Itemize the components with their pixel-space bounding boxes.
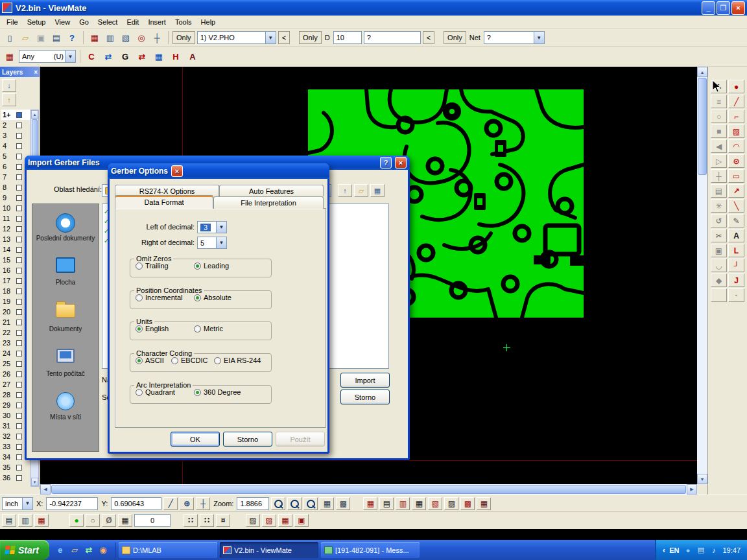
tab-auto-features[interactable]: Auto Features (219, 185, 324, 196)
chevron-down-icon[interactable]: ▼ (265, 32, 276, 43)
radio-ascii[interactable] (136, 357, 143, 364)
ie-icon[interactable]: e (54, 544, 66, 556)
chevron-down-icon[interactable]: ▼ (534, 32, 544, 43)
place-desktop[interactable]: Plocha (32, 257, 99, 300)
pour-display-icon[interactable]: ▦ (412, 497, 426, 510)
layer-visibility-checkbox[interactable] (16, 122, 22, 128)
layer-row[interactable]: 35 (1, 462, 30, 472)
layer-visibility-checkbox[interactable] (16, 361, 22, 367)
selection-filter-combo[interactable]: Any (U) ▼ (19, 50, 76, 63)
tray-chevron-icon[interactable]: ‹ (663, 545, 665, 555)
snap-cross-tool-icon[interactable]: ┼ (711, 169, 727, 183)
layer-visibility-checkbox[interactable] (16, 413, 22, 419)
volume-tray-icon[interactable]: ♪ (709, 545, 718, 555)
layer-visibility-checkbox[interactable] (16, 392, 22, 398)
grid-toggle-icon[interactable]: ▦ (320, 497, 334, 510)
layer-row[interactable]: 36 (1, 472, 30, 483)
apply-button[interactable]: Použít (276, 432, 325, 447)
layer-visibility-checkbox[interactable] (16, 164, 22, 170)
snap-grid-icon[interactable]: ▦ (118, 514, 132, 527)
chevron-down-icon[interactable]: ▼ (22, 498, 32, 509)
place-my-computer[interactable]: Tento počítač (32, 349, 99, 391)
close-button[interactable]: × (731, 1, 745, 15)
texture-red-icon[interactable]: ▨ (262, 514, 276, 527)
letter-l-tool-icon[interactable]: L (728, 244, 744, 257)
pad-tool-icon[interactable]: ● (728, 80, 744, 93)
radio-english[interactable] (136, 325, 143, 332)
pattern-tool-icon[interactable]: ▤ (711, 184, 727, 198)
only-dcode-button[interactable]: Only (299, 31, 322, 44)
menu-item[interactable]: Select (93, 17, 123, 27)
layer-visibility-checkbox[interactable] (16, 195, 22, 201)
letter-h-icon[interactable]: H (169, 49, 183, 64)
explorer-folder-icon[interactable]: ▱ (69, 544, 80, 556)
layer-visibility-checkbox[interactable] (16, 112, 22, 118)
probe-icon[interactable]: Ø (102, 514, 116, 527)
menu-item[interactable]: Help (196, 17, 220, 27)
scroll-down-icon[interactable]: ▼ (31, 478, 38, 486)
status-light-icon[interactable]: ● (69, 514, 84, 527)
layer-visibility-checkbox[interactable] (16, 247, 22, 253)
swap-items-icon[interactable]: ⇄ (135, 49, 149, 64)
scroll-up-icon[interactable]: ▲ (697, 67, 707, 77)
storno-button[interactable]: Storno (340, 390, 390, 404)
save-file-icon[interactable]: ▣ (34, 30, 48, 45)
prev-layer-button[interactable]: < (278, 31, 290, 44)
left-of-decimal-combo[interactable]: 3 ▼ (197, 221, 227, 233)
place-recent-documents[interactable]: Poslední dokumenty (32, 213, 99, 256)
layer-up-button[interactable]: ↑ (2, 93, 16, 106)
slash-tool-icon[interactable]: ╲ (728, 199, 744, 213)
vertical-scrollbar[interactable]: ▲ ▼ (697, 67, 707, 484)
start-button[interactable]: Start (0, 540, 49, 560)
mask-display-icon[interactable]: ▨ (444, 497, 458, 510)
stack-tool-icon[interactable]: ≡ (711, 95, 727, 108)
aperture-list-icon[interactable]: ▥ (103, 30, 117, 45)
new-file-icon[interactable]: ▯ (3, 30, 17, 45)
menu-item[interactable]: View (50, 17, 75, 27)
radio-leading[interactable] (194, 262, 201, 270)
only-layer-button[interactable]: Only (172, 31, 195, 44)
grid-small-icon[interactable]: ▦ (152, 49, 166, 64)
pad-display-icon[interactable]: ▦ (363, 497, 377, 510)
dot-grid2-icon[interactable]: ∷ (200, 514, 214, 527)
measure-icon[interactable]: ╱ (163, 497, 178, 510)
unit-combo[interactable]: inch ▼ (2, 497, 33, 510)
layer-visibility-checkbox[interactable] (16, 288, 22, 294)
layer-visibility-checkbox[interactable] (16, 226, 22, 232)
layer-file-combo[interactable]: 1) V2.PHO ▼ (197, 31, 276, 44)
scissors-tool-icon[interactable]: ✂ (711, 229, 727, 242)
letter-a-icon[interactable]: A (185, 49, 200, 64)
film-box-icon[interactable]: ▧ (119, 30, 133, 45)
storno-button[interactable]: Storno (223, 432, 272, 447)
x-coordinate-field[interactable]: -0.942237 (46, 497, 98, 510)
language-indicator[interactable]: EN (669, 546, 679, 554)
layer-visibility-checkbox[interactable] (16, 454, 22, 460)
crosshair-icon[interactable]: ┼ (196, 497, 210, 510)
chevron-down-icon[interactable]: ▼ (216, 222, 226, 233)
dialog-help-button[interactable]: ? (380, 157, 392, 169)
restore-button[interactable]: ❐ (717, 1, 730, 15)
chevron-down-icon[interactable]: ▼ (216, 237, 226, 248)
chevron-down-icon[interactable]: ▼ (65, 51, 75, 62)
circle-tool-icon[interactable]: ○ (711, 110, 727, 123)
layer-visibility-checkbox[interactable] (16, 475, 22, 481)
radio-ebcdic[interactable] (171, 357, 178, 364)
mixed-display-icon[interactable]: ▦ (477, 497, 491, 510)
origin-icon[interactable]: ⊕ (180, 497, 194, 510)
menu-item[interactable]: Edit (122, 17, 143, 27)
layer-visibility-checkbox[interactable] (16, 237, 22, 242)
only-net-button[interactable]: Only (444, 31, 466, 44)
flash-display-icon[interactable]: ▩ (460, 497, 475, 510)
anchor-icon[interactable]: ¤ (216, 514, 230, 527)
layer-row[interactable]: 4 (1, 141, 30, 151)
scrollbar-thumb[interactable] (698, 78, 707, 175)
open-file-icon[interactable]: ▱ (18, 30, 32, 45)
dialog-close-button[interactable]: × (395, 157, 407, 169)
menu-item[interactable]: Go (75, 17, 93, 27)
dot-grid-icon[interactable]: ∷ (184, 514, 198, 527)
selection-display-icon[interactable]: ▧ (428, 497, 442, 510)
taskbar-window-mlab[interactable]: D:\MLAB (119, 542, 217, 558)
line-tool-icon[interactable]: ╱ (728, 95, 744, 108)
dialog-close-button[interactable]: × (171, 165, 183, 177)
rotate-tool-icon[interactable]: ▷ (711, 154, 727, 168)
